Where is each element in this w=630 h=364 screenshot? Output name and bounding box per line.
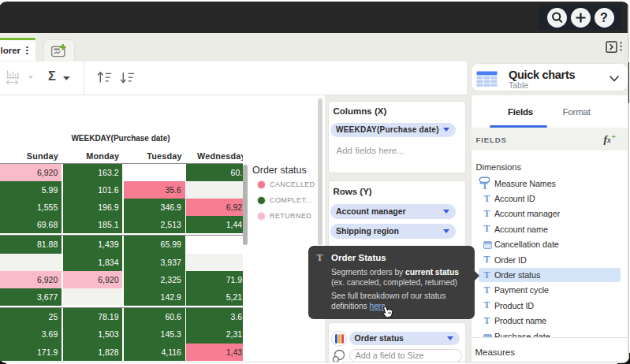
svg-text:T: T [482, 180, 488, 190]
